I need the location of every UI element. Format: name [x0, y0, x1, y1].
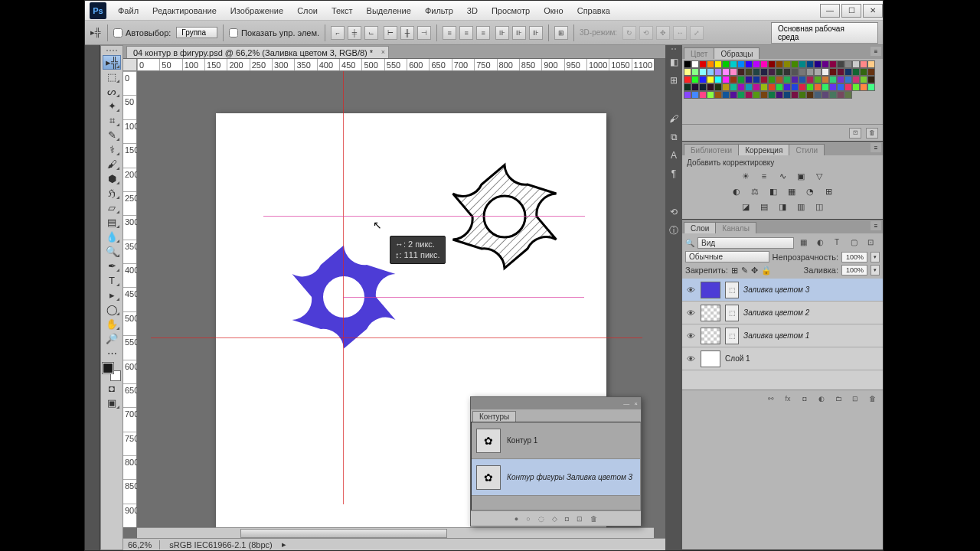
shape-tool[interactable]: ◯	[103, 302, 121, 317]
swatch[interactable]	[814, 68, 822, 76]
swatch[interactable]	[860, 68, 867, 76]
swatch[interactable]	[806, 76, 814, 83]
swatch[interactable]	[852, 68, 860, 76]
zoom-tool[interactable]: 🔎	[103, 331, 121, 346]
path-row[interactable]: ✿Контур фигуры Заливка цветом 3	[472, 459, 640, 496]
swatch[interactable]	[867, 68, 875, 76]
swatch[interactable]	[783, 60, 791, 68]
dock-info-icon[interactable]: ⓘ	[667, 223, 681, 237]
menu-слои[interactable]: Слои	[290, 3, 325, 18]
swatch[interactable]	[707, 91, 714, 99]
adj-threshold-icon[interactable]: ◨	[776, 201, 789, 213]
swatch[interactable]	[844, 83, 852, 91]
swatch[interactable]	[745, 91, 753, 99]
swatch[interactable]	[822, 83, 829, 91]
fill-path-icon[interactable]: ●	[514, 515, 518, 523]
swatch[interactable]	[867, 76, 875, 83]
toolbox-grip[interactable]	[102, 47, 122, 54]
statusbar-arrow-icon[interactable]: ▸	[282, 540, 286, 549]
panel-close-icon[interactable]: ×	[634, 400, 638, 407]
swatch[interactable]	[699, 60, 707, 68]
new-swatch-icon[interactable]: ⊡	[849, 128, 861, 139]
swatch[interactable]	[837, 76, 844, 83]
swatch[interactable]	[829, 83, 837, 91]
panel-menu-icon[interactable]: ≡	[871, 221, 881, 230]
swatch[interactable]	[837, 68, 844, 76]
swatch[interactable]	[730, 68, 737, 76]
swatch[interactable]	[806, 68, 814, 76]
swatch[interactable]	[783, 91, 791, 99]
swatch[interactable]	[799, 83, 806, 91]
move-tool[interactable]: ▸╬	[103, 55, 121, 70]
brush-tool[interactable]: 🖌	[103, 157, 121, 171]
adj-levels-icon[interactable]: ≡	[758, 170, 770, 182]
adj-curves-icon[interactable]: ∿	[776, 170, 789, 182]
align-vcenter-icon[interactable]: ╪	[348, 26, 361, 40]
dock-char-icon[interactable]: A	[667, 148, 681, 162]
new-path-icon[interactable]: ⊡	[577, 515, 583, 523]
filter-type-icon[interactable]: T	[831, 236, 843, 247]
adj-bw-icon[interactable]: ◧	[767, 185, 779, 197]
zoom-level[interactable]: 66,2%	[128, 540, 160, 549]
swatch[interactable]	[745, 68, 753, 76]
swatch[interactable]	[829, 68, 837, 76]
maximize-button[interactable]: ☐	[841, 4, 861, 18]
dist-vcenter-icon[interactable]: ≡	[459, 26, 473, 40]
dist-right-icon[interactable]: ⊪	[529, 26, 543, 40]
swatch[interactable]	[814, 91, 822, 99]
swatch[interactable]	[814, 83, 822, 91]
swatch[interactable]	[737, 60, 745, 68]
swatch[interactable]	[829, 60, 837, 68]
swatch[interactable]	[684, 68, 691, 76]
layer-thumb[interactable]	[701, 350, 720, 367]
mask-icon[interactable]: ◘	[799, 393, 811, 404]
blend-mode-select[interactable]: Обычные	[685, 251, 769, 262]
align-hcenter-icon[interactable]: ╫	[400, 26, 414, 40]
adj-photo-icon[interactable]: ▦	[786, 185, 798, 197]
autoselect-checkbox[interactable]: Автовыбор:	[113, 28, 171, 37]
swatch[interactable]	[691, 68, 699, 76]
swatch[interactable]	[722, 76, 730, 83]
dock-history-icon[interactable]: ⟲	[667, 205, 681, 219]
adj-vibrance-icon[interactable]: ▽	[813, 170, 825, 182]
add-mask-icon[interactable]: ◘	[565, 515, 569, 523]
swatch[interactable]	[860, 60, 867, 68]
layer-name[interactable]: Заливка цветом 3	[743, 285, 809, 294]
filter-pixel-icon[interactable]: ▦	[797, 236, 809, 247]
swatch[interactable]	[684, 91, 691, 99]
swatch[interactable]	[707, 68, 714, 76]
menu-просмотр[interactable]: Просмотр	[485, 3, 537, 18]
swatch[interactable]	[745, 83, 753, 91]
visibility-icon[interactable]: 👁	[685, 285, 696, 295]
swatch[interactable]	[783, 68, 791, 76]
delete-path-icon[interactable]: 🗑	[590, 515, 597, 523]
swatch[interactable]	[776, 83, 783, 91]
layer-name[interactable]: Заливка цветом 1	[743, 331, 809, 340]
swatch[interactable]	[852, 76, 860, 83]
dodge-tool[interactable]: 🔍	[103, 244, 121, 259]
dock-brush-icon[interactable]: 🖌	[667, 112, 681, 126]
swatch[interactable]	[760, 68, 768, 76]
swatch[interactable]	[760, 76, 768, 83]
new-layer-icon[interactable]: ⊡	[849, 393, 861, 404]
swatch[interactable]	[737, 68, 745, 76]
autoselect-target-select[interactable]: Группа	[176, 27, 217, 38]
adj-exposure-icon[interactable]: ▣	[795, 170, 807, 182]
swatch[interactable]	[737, 83, 745, 91]
auto-align-icon[interactable]: ⊞	[554, 26, 568, 40]
dist-hcenter-icon[interactable]: ⊪	[512, 26, 526, 40]
layer-mask-link[interactable]: ⬚	[725, 305, 739, 321]
menu-окно[interactable]: Окно	[537, 3, 570, 18]
swatch[interactable]	[760, 83, 768, 91]
swatch[interactable]	[699, 83, 707, 91]
screenmode-toggle[interactable]: ▣	[103, 396, 121, 410]
type-tool[interactable]: T	[103, 273, 121, 288]
swatch[interactable]	[837, 91, 844, 99]
swatch[interactable]	[737, 91, 745, 99]
stamp-tool[interactable]: ⬢	[103, 171, 121, 186]
align-right-icon[interactable]: ⊣	[417, 26, 431, 40]
swatch[interactable]	[829, 76, 837, 83]
tab-close-icon[interactable]: ×	[381, 48, 385, 56]
swatch[interactable]	[806, 83, 814, 91]
workspace-select[interactable]: Основная рабочая среда	[771, 22, 878, 44]
